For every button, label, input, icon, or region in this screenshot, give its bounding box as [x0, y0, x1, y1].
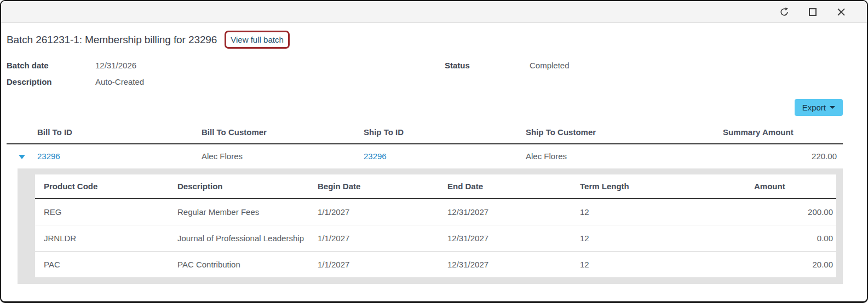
begin-date-cell: 1/1/2027 [309, 199, 439, 225]
amount-cell: 20.00 [745, 252, 836, 278]
batch-date-value: 12/31/2026 [95, 61, 136, 70]
window-titlebar [1, 1, 867, 23]
begin-date-cell: 1/1/2027 [309, 225, 439, 252]
col-summary-amount: Summary Amount [723, 123, 843, 144]
summary-amount-cell: 220.00 [723, 144, 843, 168]
maximize-icon[interactable] [806, 5, 820, 19]
bill-to-id-cell: 23296 [37, 144, 202, 168]
batch-details-left: Batch date 12/31/2026 Description Auto-C… [7, 61, 445, 94]
col-bill-to-id: Bill To ID [37, 123, 202, 144]
export-button-label: Export [802, 103, 826, 112]
batch-date-row: Batch date 12/31/2026 [7, 61, 445, 70]
ship-to-customer-cell: Alec Flores [526, 144, 723, 168]
end-date-cell: 12/31/2027 [439, 225, 571, 252]
status-row: Status Completed [445, 61, 861, 70]
description-value: Auto-Created [95, 77, 144, 86]
col-amount: Amount [745, 174, 836, 199]
annotation-highlight: View full batch [225, 31, 289, 49]
line-item-row: JRNLDR Journal of Professional Leadershi… [35, 225, 836, 252]
col-bill-to-customer: Bill To Customer [202, 123, 364, 144]
expander-cell [7, 144, 37, 168]
export-button[interactable]: Export [795, 99, 843, 116]
batch-date-label: Batch date [7, 61, 95, 70]
summary-header-row: Bill To ID Bill To Customer Ship To ID S… [7, 123, 843, 144]
col-description: Description [169, 174, 309, 199]
ship-to-id-cell: 23296 [364, 144, 526, 168]
term-length-cell: 12 [571, 252, 745, 278]
summary-table-wrap: Bill To ID Bill To Customer Ship To ID S… [1, 123, 867, 168]
end-date-cell: 12/31/2027 [439, 199, 571, 225]
view-full-batch-button[interactable]: View full batch [227, 33, 286, 46]
product-code-cell: PAC [35, 252, 169, 278]
end-date-cell: 12/31/2027 [439, 252, 571, 278]
batch-detail-page: Batch 261231-1: Membership billing for 2… [1, 23, 867, 284]
product-code-cell: REG [35, 199, 169, 225]
col-term-length: Term Length [571, 174, 745, 199]
description-row: Description Auto-Created [7, 77, 445, 86]
term-length-cell: 12 [571, 225, 745, 252]
collapse-caret-icon[interactable] [19, 155, 25, 159]
description-cell: Regular Member Fees [169, 199, 309, 225]
expanded-detail-region: Product Code Description Begin Date End … [18, 168, 843, 284]
description-cell: PAC Contribution [169, 252, 309, 278]
line-items-header-row: Product Code Description Begin Date End … [35, 174, 836, 199]
col-product-code: Product Code [35, 174, 169, 199]
col-end-date: End Date [439, 174, 571, 199]
begin-date-cell: 1/1/2027 [309, 252, 439, 278]
description-label: Description [7, 77, 95, 86]
page-header: Batch 261231-1: Membership billing for 2… [1, 23, 867, 54]
col-ship-to-customer: Ship To Customer [526, 123, 723, 144]
refresh-icon[interactable] [777, 5, 791, 19]
page-title: Batch 261231-1: Membership billing for 2… [7, 34, 217, 46]
bill-to-customer-cell: Alec Flores [202, 144, 364, 168]
chevron-down-icon [830, 106, 835, 109]
app-window: Batch 261231-1: Membership billing for 2… [0, 0, 868, 303]
description-cell: Journal of Professional Leadership [169, 225, 309, 252]
amount-cell: 0.00 [745, 225, 836, 252]
status-label: Status [445, 61, 530, 70]
term-length-cell: 12 [571, 199, 745, 225]
col-begin-date: Begin Date [309, 174, 439, 199]
status-value: Completed [530, 61, 570, 70]
line-item-row: REG Regular Member Fees 1/1/2027 12/31/2… [35, 199, 836, 225]
summary-table: Bill To ID Bill To Customer Ship To ID S… [7, 123, 843, 168]
amount-cell: 200.00 [745, 199, 836, 225]
col-ship-to-id: Ship To ID [364, 123, 526, 144]
batch-details-right: Status Completed [445, 61, 861, 94]
line-item-row: PAC PAC Contribution 1/1/2027 12/31/2027… [35, 252, 836, 278]
line-items-card: Product Code Description Begin Date End … [35, 174, 836, 277]
toolbar: Export [1, 94, 867, 123]
summary-row: 23296 Alec Flores 23296 Alec Flores 220.… [7, 144, 843, 168]
ship-to-id-link[interactable]: 23296 [364, 152, 387, 161]
product-code-cell: JRNLDR [35, 225, 169, 252]
batch-details: Batch date 12/31/2026 Description Auto-C… [1, 54, 867, 94]
expander-header [7, 123, 37, 144]
close-icon[interactable] [834, 5, 848, 19]
line-items-table: Product Code Description Begin Date End … [35, 174, 836, 277]
bill-to-id-link[interactable]: 23296 [37, 152, 60, 161]
